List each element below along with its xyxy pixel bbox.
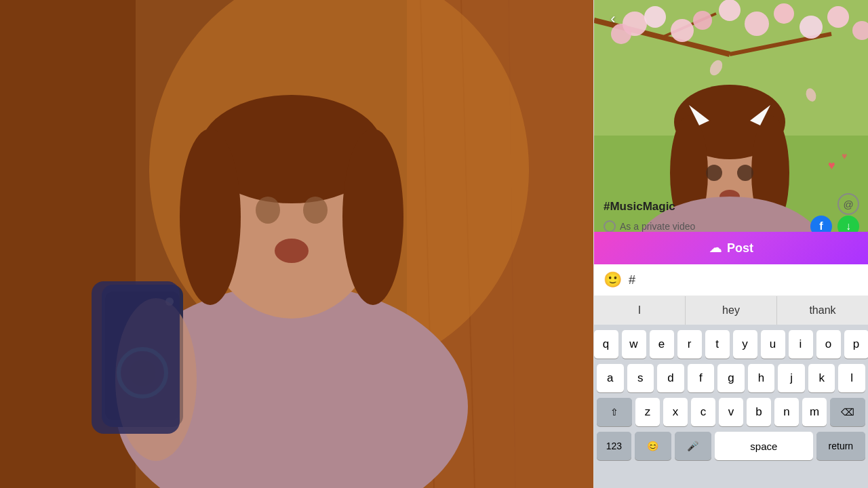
keyboard-row-4: 123 😊 🎤 space return xyxy=(597,432,865,460)
key-o[interactable]: o xyxy=(816,330,841,359)
key-w[interactable]: w xyxy=(622,330,646,359)
key-f[interactable]: f xyxy=(688,364,715,392)
svg-point-36 xyxy=(800,16,823,39)
key-g[interactable]: g xyxy=(717,364,745,392)
svg-point-32 xyxy=(693,11,712,30)
svg-point-37 xyxy=(827,6,849,28)
caption-input[interactable]: # xyxy=(629,273,859,287)
keyboard-row-3: ⇧ z x c v b n m ⌫ xyxy=(597,398,865,426)
key-x[interactable]: x xyxy=(663,398,688,426)
key-m[interactable]: m xyxy=(802,398,827,426)
svg-point-11 xyxy=(180,129,241,305)
svg-point-13 xyxy=(256,197,280,224)
svg-point-30 xyxy=(644,6,666,28)
autocomplete-item-thank[interactable]: thank xyxy=(777,296,868,325)
svg-point-15 xyxy=(275,239,309,263)
backspace-key[interactable]: ⌫ xyxy=(830,398,865,426)
key-z[interactable]: z xyxy=(635,398,660,426)
right-panel: ♥ ♥ ‹ #MusicMagic @ As a private video f… xyxy=(593,0,868,488)
svg-text:♥: ♥ xyxy=(828,159,835,172)
return-key[interactable]: return xyxy=(816,432,865,460)
story-preview: ♥ ♥ ‹ #MusicMagic @ As a private video f… xyxy=(594,0,868,264)
svg-point-31 xyxy=(671,19,694,42)
svg-point-14 xyxy=(303,197,328,224)
key-t[interactable]: t xyxy=(705,330,730,359)
keyboard-row-2: a s d f g h j k l xyxy=(597,364,865,392)
space-key[interactable]: space xyxy=(715,432,813,460)
key-v[interactable]: v xyxy=(719,398,743,426)
keyboard: q w e r t y u i o p a s d f g h j k l ⇧ … xyxy=(594,325,868,488)
numbers-key[interactable]: 123 xyxy=(597,432,631,460)
svg-point-35 xyxy=(774,3,794,24)
key-c[interactable]: c xyxy=(691,398,715,426)
key-y[interactable]: y xyxy=(733,330,757,359)
emoji-button[interactable]: 🙂 xyxy=(604,271,622,289)
mic-key[interactable]: 🎤 xyxy=(675,432,711,460)
privacy-option[interactable]: As a private video xyxy=(604,220,695,232)
key-n[interactable]: n xyxy=(774,398,799,426)
shift-key[interactable]: ⇧ xyxy=(597,398,632,426)
svg-point-47 xyxy=(706,165,722,181)
mention-button[interactable]: @ xyxy=(837,193,859,215)
svg-point-33 xyxy=(719,0,741,21)
autocomplete-suggestions: I hey thank xyxy=(594,296,868,325)
back-button[interactable]: ‹ xyxy=(602,8,624,30)
key-a[interactable]: a xyxy=(597,364,624,392)
hash-symbol: # xyxy=(629,273,635,287)
key-k[interactable]: k xyxy=(808,364,835,392)
key-j[interactable]: j xyxy=(778,364,805,392)
emoji-keyboard-key[interactable]: 😊 xyxy=(635,432,671,460)
svg-point-12 xyxy=(342,129,403,305)
hashtag-caption: #MusicMagic xyxy=(604,200,675,214)
post-button[interactable]: ☁ Post xyxy=(594,232,868,264)
radio-button[interactable] xyxy=(604,220,616,232)
key-q[interactable]: q xyxy=(594,330,618,359)
key-p[interactable]: p xyxy=(844,330,869,359)
key-s[interactable]: s xyxy=(627,364,654,392)
svg-rect-22 xyxy=(92,281,180,434)
key-d[interactable]: d xyxy=(657,364,684,392)
svg-text:♥: ♥ xyxy=(842,150,847,161)
key-i[interactable]: i xyxy=(789,330,813,359)
svg-point-48 xyxy=(737,165,753,181)
autocomplete-item-hey[interactable]: hey xyxy=(686,296,777,325)
keyboard-row-1: q w e r t y u i o p xyxy=(597,330,865,359)
key-b[interactable]: b xyxy=(747,398,771,426)
key-l[interactable]: l xyxy=(838,364,865,392)
person-silhouette xyxy=(0,0,593,488)
cloud-upload-icon: ☁ xyxy=(709,241,722,256)
key-u[interactable]: u xyxy=(761,330,785,359)
caption-input-area[interactable]: 🙂 # xyxy=(594,264,868,296)
key-h[interactable]: h xyxy=(748,364,775,392)
privacy-label: As a private video xyxy=(620,221,695,232)
svg-point-34 xyxy=(745,12,769,36)
autocomplete-item-i[interactable]: I xyxy=(594,296,686,325)
key-e[interactable]: e xyxy=(650,330,674,359)
video-panel xyxy=(0,0,593,488)
post-button-label: Post xyxy=(727,241,753,256)
key-r[interactable]: r xyxy=(677,330,702,359)
